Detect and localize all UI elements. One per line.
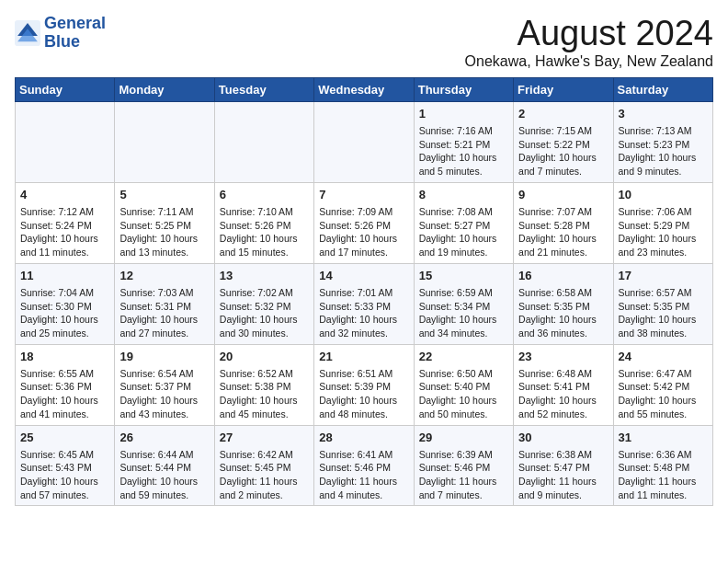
day-info: Sunrise: 7:15 AM Sunset: 5:22 PM Dayligh… [518,124,608,178]
day-info: Sunrise: 6:38 AM Sunset: 5:47 PM Dayligh… [518,448,608,502]
day-number: 27 [220,430,309,446]
day-info: Sunrise: 6:50 AM Sunset: 5:40 PM Dayligh… [419,367,508,421]
calendar-cell: 5Sunrise: 7:11 AM Sunset: 5:25 PM Daylig… [115,182,214,263]
day-info: Sunrise: 6:45 AM Sunset: 5:43 PM Dayligh… [20,448,109,502]
calendar-cell: 19Sunrise: 6:54 AM Sunset: 5:37 PM Dayli… [115,344,214,425]
day-number: 23 [518,349,608,365]
day-number: 25 [20,430,109,446]
calendar-cell: 17Sunrise: 6:57 AM Sunset: 5:35 PM Dayli… [613,263,712,344]
calendar-cell [314,101,414,182]
calendar-cell: 16Sunrise: 6:58 AM Sunset: 5:35 PM Dayli… [514,263,613,344]
week-row-5: 25Sunrise: 6:45 AM Sunset: 5:43 PM Dayli… [16,425,713,506]
day-info: Sunrise: 7:06 AM Sunset: 5:29 PM Dayligh… [619,205,708,259]
day-number: 29 [419,430,508,446]
day-info: Sunrise: 6:54 AM Sunset: 5:37 PM Dayligh… [119,367,209,421]
calendar-cell [214,101,313,182]
calendar-cell: 7Sunrise: 7:09 AM Sunset: 5:26 PM Daylig… [314,182,414,263]
calendar-cell: 24Sunrise: 6:47 AM Sunset: 5:42 PM Dayli… [613,344,712,425]
calendar-cell: 1Sunrise: 7:16 AM Sunset: 5:21 PM Daylig… [414,101,513,182]
calendar-table: SundayMondayTuesdayWednesdayThursdayFrid… [15,77,713,507]
day-info: Sunrise: 6:41 AM Sunset: 5:46 PM Dayligh… [319,448,408,502]
day-info: Sunrise: 7:10 AM Sunset: 5:26 PM Dayligh… [220,205,309,259]
calendar-cell: 26Sunrise: 6:44 AM Sunset: 5:44 PM Dayli… [115,425,214,506]
day-info: Sunrise: 6:57 AM Sunset: 5:35 PM Dayligh… [619,286,708,340]
day-number: 8 [419,187,508,203]
day-info: Sunrise: 6:36 AM Sunset: 5:48 PM Dayligh… [619,448,708,502]
day-info: Sunrise: 7:09 AM Sunset: 5:26 PM Dayligh… [319,205,408,259]
calendar-cell: 29Sunrise: 6:39 AM Sunset: 5:46 PM Dayli… [414,425,513,506]
day-number: 6 [220,187,309,203]
calendar-cell: 23Sunrise: 6:48 AM Sunset: 5:41 PM Dayli… [514,344,613,425]
day-number: 7 [319,187,408,203]
header: General Blue August 2024 Onekawa, Hawke'… [15,15,713,70]
day-info: Sunrise: 6:44 AM Sunset: 5:44 PM Dayligh… [119,448,209,502]
calendar-cell: 10Sunrise: 7:06 AM Sunset: 5:29 PM Dayli… [613,182,712,263]
calendar-cell: 18Sunrise: 6:55 AM Sunset: 5:36 PM Dayli… [16,344,115,425]
weekday-header-friday: Friday [514,77,613,101]
day-info: Sunrise: 7:02 AM Sunset: 5:32 PM Dayligh… [220,286,309,340]
day-number: 5 [119,187,209,203]
day-number: 9 [518,187,608,203]
week-row-3: 11Sunrise: 7:04 AM Sunset: 5:30 PM Dayli… [16,263,713,344]
weekday-header-saturday: Saturday [613,77,712,101]
day-info: Sunrise: 7:13 AM Sunset: 5:23 PM Dayligh… [619,124,708,178]
calendar-cell: 15Sunrise: 6:59 AM Sunset: 5:34 PM Dayli… [414,263,513,344]
day-number: 12 [119,268,209,284]
day-number: 19 [119,349,209,365]
calendar-cell: 12Sunrise: 7:03 AM Sunset: 5:31 PM Dayli… [115,263,214,344]
weekday-header-row: SundayMondayTuesdayWednesdayThursdayFrid… [16,77,713,101]
day-number: 13 [220,268,309,284]
weekday-header-tuesday: Tuesday [214,77,313,101]
calendar-cell: 22Sunrise: 6:50 AM Sunset: 5:40 PM Dayli… [414,344,513,425]
calendar-cell: 13Sunrise: 7:02 AM Sunset: 5:32 PM Dayli… [214,263,313,344]
logo-icon [15,20,40,46]
day-info: Sunrise: 7:12 AM Sunset: 5:24 PM Dayligh… [20,205,109,259]
logo-text: General Blue [44,15,106,52]
calendar-title: August 2024 [465,15,713,53]
day-number: 14 [319,268,408,284]
calendar-cell: 2Sunrise: 7:15 AM Sunset: 5:22 PM Daylig… [514,101,613,182]
week-row-2: 4Sunrise: 7:12 AM Sunset: 5:24 PM Daylig… [16,182,713,263]
calendar-cell: 31Sunrise: 6:36 AM Sunset: 5:48 PM Dayli… [613,425,712,506]
calendar-cell: 20Sunrise: 6:52 AM Sunset: 5:38 PM Dayli… [214,344,313,425]
day-info: Sunrise: 6:55 AM Sunset: 5:36 PM Dayligh… [20,367,109,421]
calendar-cell: 11Sunrise: 7:04 AM Sunset: 5:30 PM Dayli… [16,263,115,344]
day-info: Sunrise: 7:16 AM Sunset: 5:21 PM Dayligh… [419,124,508,178]
calendar-cell [115,101,214,182]
day-number: 24 [619,349,708,365]
day-info: Sunrise: 7:11 AM Sunset: 5:25 PM Dayligh… [119,205,209,259]
day-number: 15 [419,268,508,284]
day-info: Sunrise: 7:04 AM Sunset: 5:30 PM Dayligh… [20,286,109,340]
day-number: 4 [20,187,109,203]
day-info: Sunrise: 7:01 AM Sunset: 5:33 PM Dayligh… [319,286,408,340]
weekday-header-monday: Monday [115,77,214,101]
calendar-cell: 6Sunrise: 7:10 AM Sunset: 5:26 PM Daylig… [214,182,313,263]
day-number: 10 [619,187,708,203]
day-info: Sunrise: 6:47 AM Sunset: 5:42 PM Dayligh… [619,367,708,421]
calendar-cell: 30Sunrise: 6:38 AM Sunset: 5:47 PM Dayli… [514,425,613,506]
title-area: August 2024 Onekawa, Hawke's Bay, New Ze… [465,15,713,70]
calendar-cell: 28Sunrise: 6:41 AM Sunset: 5:46 PM Dayli… [314,425,414,506]
calendar-cell: 3Sunrise: 7:13 AM Sunset: 5:23 PM Daylig… [613,101,712,182]
day-number: 16 [518,268,608,284]
calendar-cell: 21Sunrise: 6:51 AM Sunset: 5:39 PM Dayli… [314,344,414,425]
day-info: Sunrise: 7:03 AM Sunset: 5:31 PM Dayligh… [119,286,209,340]
day-info: Sunrise: 7:07 AM Sunset: 5:28 PM Dayligh… [518,205,608,259]
calendar-subtitle: Onekawa, Hawke's Bay, New Zealand [465,53,713,70]
logo: General Blue [15,15,106,52]
day-number: 1 [419,106,508,122]
day-number: 22 [419,349,508,365]
calendar-cell: 9Sunrise: 7:07 AM Sunset: 5:28 PM Daylig… [514,182,613,263]
day-info: Sunrise: 6:59 AM Sunset: 5:34 PM Dayligh… [419,286,508,340]
weekday-header-sunday: Sunday [16,77,115,101]
calendar-cell: 4Sunrise: 7:12 AM Sunset: 5:24 PM Daylig… [16,182,115,263]
calendar-cell: 8Sunrise: 7:08 AM Sunset: 5:27 PM Daylig… [414,182,513,263]
day-info: Sunrise: 6:52 AM Sunset: 5:38 PM Dayligh… [220,367,309,421]
day-info: Sunrise: 6:39 AM Sunset: 5:46 PM Dayligh… [419,448,508,502]
logo-line1: General [44,14,106,32]
day-info: Sunrise: 6:51 AM Sunset: 5:39 PM Dayligh… [319,367,408,421]
day-number: 20 [220,349,309,365]
day-number: 28 [319,430,408,446]
day-info: Sunrise: 6:48 AM Sunset: 5:41 PM Dayligh… [518,367,608,421]
day-info: Sunrise: 7:08 AM Sunset: 5:27 PM Dayligh… [419,205,508,259]
